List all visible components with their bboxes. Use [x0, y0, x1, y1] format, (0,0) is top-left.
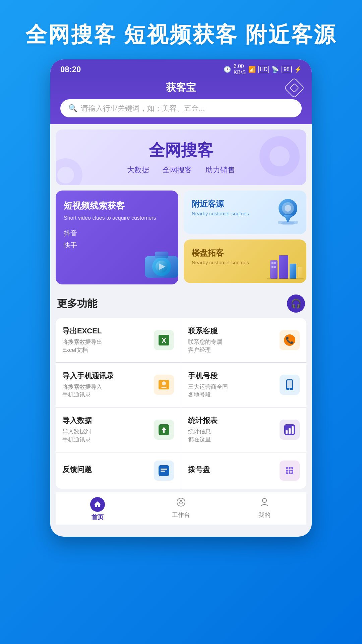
diamond-icon[interactable] — [284, 77, 305, 98]
nearby-feature-card[interactable]: 附近客源 Nearby customer sources — [184, 191, 306, 234]
function-name-mobile: 手机号段 — [188, 371, 274, 381]
phone-icon: 📞 — [280, 330, 300, 350]
function-text-stats: 统计报表 统计信息都在这里 — [188, 416, 274, 444]
camera-svg — [138, 244, 178, 281]
svg-point-45 — [286, 472, 288, 474]
function-text-dialer: 拨号盘 — [188, 465, 274, 477]
search-bar[interactable]: 🔍 请输入行业关键词，如：美容、五金... — [60, 99, 302, 117]
function-item-stats[interactable]: 统计报表 统计信息都在这里 — [181, 408, 306, 452]
wifi-icon: 📶 — [248, 66, 256, 73]
function-item-dialer[interactable]: 拨号盘 — [181, 452, 306, 489]
workspace-icon — [176, 497, 186, 509]
banner-deco — [259, 136, 300, 176]
function-name-excel: 导出EXCEL — [62, 326, 148, 336]
function-item-mobile[interactable]: 手机号段 三大运营商全国各地号段 — [181, 363, 306, 407]
app-header: 获客宝 🔍 请输入行业关键词，如：美容、五金... — [50, 77, 312, 124]
svg-point-44 — [291, 470, 293, 472]
svg-rect-15 — [272, 262, 274, 264]
camera-decoration — [138, 244, 178, 278]
banner-deco2 — [56, 158, 82, 185]
function-name-dialer: 拨号盘 — [188, 465, 274, 475]
bottom-nav: 首页 工作台 我的 — [56, 492, 306, 525]
more-functions-section: 更多功能 🎧 导出EXCEL 将搜索数据导出Excel文档 X — [56, 291, 306, 489]
hero-text: 全网搜客 短视频获客 附近客源 — [0, 0, 362, 59]
functions-grid: 导出EXCEL 将搜索数据导出Excel文档 X 联系客服 联系您的专属客 — [56, 318, 306, 489]
dialer-icon — [280, 461, 300, 481]
video-feature-card[interactable]: 短视频线索获客 Short video clues to acquire cus… — [56, 191, 178, 284]
svg-text:📞: 📞 — [286, 336, 294, 344]
hd-badge: HD — [258, 66, 269, 73]
search-icon: 🔍 — [68, 104, 77, 113]
more-functions-header: 更多功能 🎧 — [56, 291, 306, 318]
building-svg — [267, 250, 304, 280]
nav-profile[interactable]: 我的 — [223, 492, 306, 525]
banner-card[interactable]: 全网搜客 大数据 全网搜客 助力销售 — [56, 129, 306, 185]
status-bar: 08:20 🕐 6.00KB/S 📶 HD 📡 98 ⚡ — [50, 59, 312, 77]
function-desc-excel: 将搜索数据导出Excel文档 — [62, 338, 148, 354]
banner-sub-3: 助力销售 — [205, 165, 235, 175]
function-text-contacts: 导入手机通讯录 将搜索数据导入手机通讯录 — [62, 371, 148, 399]
nav-workspace[interactable]: 工作台 — [139, 492, 223, 525]
banner-sub-2: 全网搜客 — [163, 165, 192, 175]
svg-point-43 — [289, 470, 291, 472]
video-card-title: 短视频线索获客 — [64, 200, 170, 212]
svg-marker-49 — [179, 500, 183, 503]
nav-workspace-label: 工作台 — [172, 511, 190, 519]
svg-rect-11 — [270, 260, 278, 279]
nav-profile-label: 我的 — [258, 511, 270, 519]
function-desc-service: 联系您的专属客户经理 — [188, 338, 274, 354]
function-desc-mobile: 三大运营商全国各地号段 — [188, 383, 274, 399]
function-item-feedback[interactable]: 反馈问题 — [56, 452, 181, 489]
function-item-service[interactable]: 联系客服 联系您的专属客户经理 📞 — [181, 318, 306, 362]
status-time: 08:20 — [60, 65, 81, 74]
banner-sub-1: 大数据 — [127, 165, 149, 175]
excel-icon: X — [154, 330, 174, 350]
svg-point-41 — [291, 467, 293, 469]
app-title: 获客宝 — [166, 81, 196, 95]
function-text-excel: 导出EXCEL 将搜索数据导出Excel文档 — [62, 326, 148, 354]
function-name-stats: 统计报表 — [188, 416, 274, 426]
svg-rect-12 — [279, 255, 288, 279]
function-name-service: 联系客服 — [188, 326, 274, 336]
svg-point-28 — [289, 388, 290, 390]
svg-rect-10 — [278, 221, 298, 224]
svg-point-50 — [262, 498, 266, 502]
svg-point-8 — [285, 205, 291, 212]
video-card-subtitle: Short video clues to acquire customers — [64, 214, 170, 222]
douyin-tag: 抖音 — [64, 227, 170, 239]
svg-rect-14 — [298, 267, 302, 279]
svg-point-47 — [291, 472, 293, 474]
svg-rect-18 — [274, 266, 276, 268]
main-content: 全网搜客 大数据 全网搜客 助力销售 短视频线索获客 Short video c… — [50, 124, 312, 530]
svg-point-42 — [286, 470, 288, 472]
svg-rect-13 — [290, 264, 296, 279]
nav-home[interactable]: 首页 — [56, 492, 139, 525]
home-icon — [90, 497, 105, 512]
function-desc-contacts: 将搜索数据导入手机通讯录 — [62, 383, 148, 399]
pin-decoration — [275, 197, 301, 228]
alarm-icon: 🕐 — [224, 66, 231, 73]
property-feature-card[interactable]: 楼盘拓客 Nearby customer sources — [184, 239, 306, 283]
app-title-row: 获客宝 — [60, 81, 302, 95]
function-item-contacts[interactable]: 导入手机通讯录 将搜索数据导入手机通讯录 — [56, 363, 181, 407]
function-item-import[interactable]: 导入数据 导入数据到手机通讯录 — [56, 408, 181, 452]
headset-button[interactable]: 🎧 — [287, 294, 305, 313]
svg-rect-17 — [272, 266, 274, 268]
svg-point-39 — [286, 467, 288, 469]
svg-point-46 — [289, 472, 291, 474]
function-item-excel[interactable]: 导出EXCEL 将搜索数据导出Excel文档 X — [56, 318, 181, 362]
building-decoration — [267, 250, 304, 282]
svg-rect-19 — [267, 278, 304, 279]
speed-indicator: 6.00KB/S — [234, 63, 246, 75]
svg-rect-3 — [155, 252, 168, 258]
signal-icon: 📡 — [272, 66, 279, 73]
svg-rect-16 — [274, 262, 276, 264]
function-desc-stats: 统计信息都在这里 — [188, 428, 274, 444]
function-text-import: 导入数据 导入数据到手机通讯录 — [62, 416, 148, 444]
search-placeholder: 请输入行业关键词，如：美容、五金... — [81, 103, 205, 113]
mobile-icon — [280, 375, 300, 395]
svg-rect-36 — [161, 469, 167, 470]
function-text-feedback: 反馈问题 — [62, 465, 148, 477]
pin-svg — [275, 197, 301, 227]
profile-icon — [259, 497, 269, 509]
